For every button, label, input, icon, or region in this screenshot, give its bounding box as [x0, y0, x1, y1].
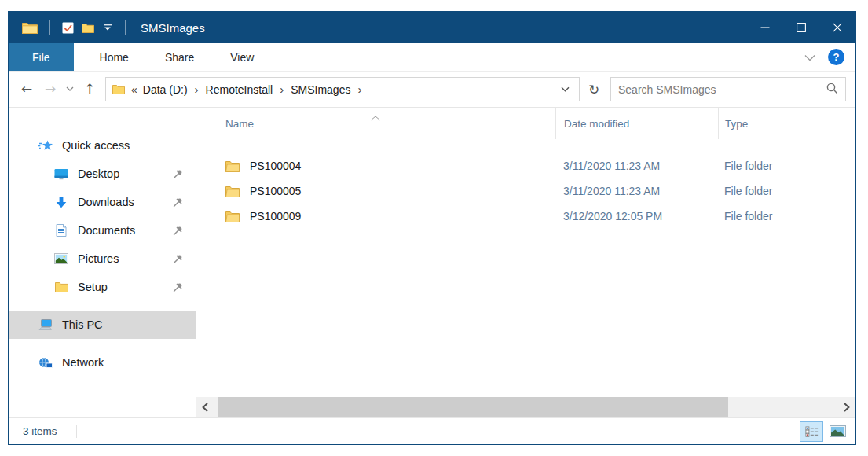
sidebar-item-label: Quick access	[62, 139, 130, 152]
address-folder-icon	[112, 84, 125, 94]
column-header-row: Name Date modified Type	[196, 108, 855, 139]
breadcrumb-chevron-icon[interactable]: ›	[273, 83, 291, 96]
tab-view[interactable]: View	[212, 43, 272, 71]
screenshot-canvas: SMSImages File Home Share View	[0, 0, 868, 456]
back-button[interactable]: ←	[15, 83, 38, 96]
help-button[interactable]: ?	[828, 49, 844, 65]
breadcrumb-segment-drive[interactable]: Data (D:)	[143, 83, 188, 96]
address-history-chevron-icon[interactable]	[558, 86, 573, 93]
sidebar-item-desktop[interactable]: Desktop	[9, 160, 196, 188]
list-top-spacer	[196, 139, 855, 153]
sidebar-item-setup[interactable]: Setup	[9, 273, 196, 301]
qat-customize-dropdown-icon[interactable]	[104, 24, 112, 31]
status-bar: 3 items	[9, 417, 855, 444]
sidebar-item-label: Network	[62, 356, 104, 369]
desktop-icon	[53, 168, 70, 180]
sidebar-item-this-pc[interactable]: This PC	[9, 311, 196, 339]
sidebar-item-label: This PC	[62, 318, 103, 331]
sidebar-item-label: Documents	[78, 224, 135, 237]
navigation-pane: Quick access Desktop Downloads	[9, 108, 196, 417]
file-date-modified: 3/12/2020 12:05 PM	[555, 210, 718, 222]
refresh-icon[interactable]: ↻	[582, 82, 606, 97]
maximize-button[interactable]	[783, 12, 819, 43]
quick-access-star-icon	[37, 140, 54, 152]
ribbon-expand-chevron-icon[interactable]	[804, 50, 815, 64]
pin-icon	[173, 282, 183, 292]
file-row[interactable]: PS100009 3/12/2020 12:05 PM File folder	[196, 204, 855, 229]
view-toggles	[800, 421, 849, 442]
pin-icon	[173, 169, 183, 179]
file-list-pane: Name Date modified Type PS100004 3/11/20…	[196, 108, 855, 417]
breadcrumb-overflow[interactable]: «	[126, 83, 143, 96]
pin-icon	[173, 226, 183, 236]
details-view-button[interactable]	[800, 421, 823, 442]
tab-share[interactable]: Share	[147, 43, 212, 71]
titlebar[interactable]: SMSImages	[9, 12, 855, 43]
tab-file[interactable]: File	[9, 43, 74, 71]
file-name: PS100009	[250, 210, 555, 222]
thumbnails-view-button[interactable]	[826, 421, 849, 442]
file-explorer-window: SMSImages File Home Share View	[8, 11, 856, 445]
downloads-icon	[53, 197, 70, 208]
sidebar-item-label: Desktop	[78, 167, 119, 180]
items-count: 3 items	[23, 425, 57, 437]
folder-icon	[225, 211, 240, 222]
sidebar-item-label: Pictures	[78, 252, 119, 265]
folder-icon	[225, 186, 240, 197]
network-icon	[37, 357, 54, 369]
file-type: File folder	[718, 185, 855, 197]
minimize-button[interactable]	[747, 12, 783, 43]
file-date-modified: 3/11/2020 11:23 AM	[555, 185, 718, 197]
app-folder-icon	[22, 21, 38, 34]
titlebar-separator	[125, 20, 126, 35]
window-title: SMSImages	[141, 21, 205, 35]
sidebar-gap	[9, 339, 196, 348]
file-name: PS100005	[250, 185, 555, 197]
sidebar-item-quick-access[interactable]: Quick access	[9, 131, 196, 160]
breadcrumb-chevron-icon[interactable]: ›	[350, 83, 368, 96]
pictures-icon	[53, 253, 70, 264]
this-pc-icon	[37, 319, 54, 331]
folder-icon	[53, 281, 70, 292]
scroll-left-icon[interactable]	[196, 397, 214, 417]
close-button[interactable]	[819, 12, 855, 43]
file-type: File folder	[718, 210, 855, 222]
navigation-toolbar: ← → ↑ « Data (D:) › RemoteInstall › SMSI…	[9, 72, 855, 108]
search-input[interactable]	[618, 83, 826, 96]
sidebar-item-downloads[interactable]: Downloads	[9, 188, 196, 216]
qat-new-folder-icon[interactable]	[82, 23, 94, 33]
titlebar-separator	[49, 20, 50, 35]
ribbon-tab-bar: File Home Share View ?	[9, 43, 855, 72]
main-area: Quick access Desktop Downloads	[9, 108, 855, 417]
sort-ascending-icon[interactable]	[370, 110, 381, 124]
scroll-right-icon[interactable]	[838, 397, 855, 417]
breadcrumb-segment-smsimages[interactable]: SMSImages	[291, 83, 350, 96]
file-row[interactable]: PS100004 3/11/2020 11:23 AM File folder	[196, 153, 855, 178]
search-box	[610, 77, 846, 101]
scrollbar-thumb[interactable]	[218, 397, 728, 417]
horizontal-scrollbar[interactable]	[196, 397, 855, 417]
address-bar[interactable]: « Data (D:) › RemoteInstall › SMSImages …	[105, 77, 580, 101]
sidebar-item-label: Downloads	[78, 196, 134, 208]
folder-icon	[225, 160, 240, 172]
sidebar-gap	[9, 301, 196, 311]
sidebar-item-pictures[interactable]: Pictures	[9, 245, 196, 273]
forward-button[interactable]: →	[38, 83, 62, 96]
sidebar-item-documents[interactable]: Documents	[9, 216, 196, 245]
recent-locations-chevron-icon[interactable]	[62, 86, 78, 92]
pin-icon	[173, 197, 183, 208]
column-header-type[interactable]: Type	[718, 108, 855, 139]
sidebar-item-network[interactable]: Network	[9, 348, 196, 377]
breadcrumb-chevron-icon[interactable]: ›	[188, 83, 206, 96]
file-type: File folder	[718, 160, 855, 172]
file-name: PS100004	[250, 160, 555, 172]
column-header-date-modified[interactable]: Date modified	[555, 108, 718, 139]
up-button[interactable]: ↑	[78, 83, 101, 96]
search-icon[interactable]	[826, 82, 838, 97]
qat-properties-icon[interactable]	[62, 22, 74, 34]
window-controls	[747, 12, 855, 43]
breadcrumb-segment-remoteinstall[interactable]: RemoteInstall	[206, 83, 273, 96]
status-separator	[76, 425, 77, 438]
tab-home[interactable]: Home	[82, 43, 147, 71]
file-row[interactable]: PS100005 3/11/2020 11:23 AM File folder	[196, 178, 855, 204]
